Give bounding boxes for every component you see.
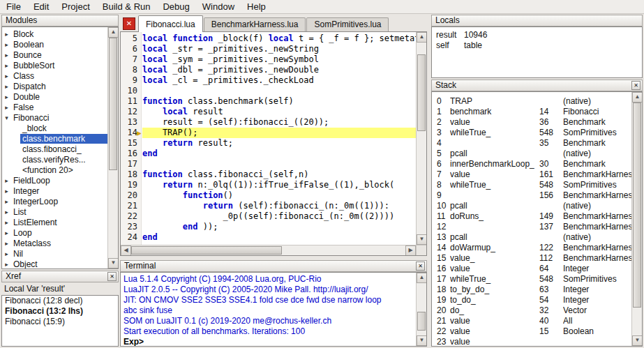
tree-item-block[interactable]: _block xyxy=(2,123,107,133)
code-line[interactable]: result = (self):fibonacci_((20)); xyxy=(142,117,416,128)
tree-collapsed-icon[interactable]: ▸ xyxy=(2,240,11,247)
stack-frame-row[interactable]: 10pcall(native) xyxy=(432,200,631,211)
locals-panel-titlebar[interactable]: Locals xyxy=(431,15,643,27)
tree-item-bounce[interactable]: ▸Bounce xyxy=(2,50,107,60)
gutter-line-number[interactable]: 9 xyxy=(121,75,141,86)
stack-frame-row[interactable]: 20do_32Vector xyxy=(432,305,631,315)
code-line[interactable]: local _sym = _primitives._newSymbol xyxy=(142,54,416,65)
terminal-panel-titlebar[interactable]: Terminal ✕ xyxy=(120,260,427,272)
code-line[interactable]: local result xyxy=(142,107,416,117)
stack-frame-row[interactable]: 3whileTrue_548SomPrimitives xyxy=(432,127,631,137)
scrollbar-thumb[interactable] xyxy=(417,54,426,131)
gutter-line-number[interactable]: 22 xyxy=(121,211,141,222)
close-terminal-button[interactable]: ✕ xyxy=(416,262,425,271)
code-line[interactable]: function() xyxy=(142,190,416,201)
stack-frame-row[interactable]: 13pcall(native) xyxy=(432,232,631,242)
tree-item-integer[interactable]: ▸Integer xyxy=(2,186,107,196)
tree-collapsed-icon[interactable]: ▸ xyxy=(2,188,11,195)
stack-panel-titlebar[interactable]: Stack ✕ xyxy=(431,80,643,91)
tree-item-dispatch[interactable]: ▸Dispatch xyxy=(2,81,107,91)
stack-frame-row[interactable]: 17whileTrue_548SomPrimitives xyxy=(432,273,631,284)
stack-frame-row[interactable]: 8whileTrue_548SomPrimitives xyxy=(432,179,631,190)
tree-collapsed-icon[interactable]: ▸ xyxy=(2,177,11,184)
terminal-prompt[interactable]: Exp> xyxy=(123,337,414,346)
gutter-line-number[interactable]: 5 xyxy=(121,33,141,44)
gutter-line-number[interactable]: 24 xyxy=(121,232,141,243)
editor-vscrollbar[interactable]: ▲ ▼ xyxy=(416,32,426,245)
code-line[interactable]: end )); xyxy=(142,222,416,232)
code-line[interactable]: local function _block(f) local t = { _f … xyxy=(142,33,416,44)
terminal-output[interactable]: Lua 5.1.4 Copyright (C) 1994-2008 Lua.or… xyxy=(121,273,416,346)
tree-item-bubblesort[interactable]: ▸BubbleSort xyxy=(2,60,107,70)
editor-code-area[interactable]: local function _block(f) local t = { _f … xyxy=(142,32,416,245)
menu-item-file[interactable]: File xyxy=(0,0,27,13)
tree-item-class[interactable]: ▸Class xyxy=(2,70,107,81)
tree-collapsed-icon[interactable]: ▸ xyxy=(2,219,11,226)
scrollbar-thumb[interactable] xyxy=(633,103,641,308)
stack-frame-row[interactable]: 435Benchmark xyxy=(432,137,631,148)
scrollbar-track[interactable] xyxy=(108,38,118,258)
code-line[interactable]: function class.benchmark(self) xyxy=(142,96,416,107)
menu-item-edit[interactable]: Edit xyxy=(27,0,55,13)
scrollbar-track[interactable] xyxy=(417,43,426,234)
stack-frame-row[interactable]: 12137BenchmarkHarness xyxy=(432,221,631,232)
gutter-line-number[interactable]: 20 xyxy=(121,190,141,201)
tree-collapsed-icon[interactable]: ▸ xyxy=(2,250,11,257)
tree-item-class-benchmark[interactable]: class.benchmark xyxy=(2,133,107,144)
tab-benchmarkharness-lua[interactable]: BenchmarkHarness.lua xyxy=(204,17,306,31)
gutter-line-number[interactable]: 16 xyxy=(121,149,141,159)
scrollbar-thumb[interactable] xyxy=(131,246,282,255)
tree-item-metaclass[interactable]: ▸Metaclass xyxy=(2,238,107,248)
scrollbar-track[interactable] xyxy=(632,103,642,335)
stack-frame-row[interactable]: 0TRAP(native) xyxy=(432,96,631,106)
tree-collapsed-icon[interactable]: ▸ xyxy=(2,261,11,268)
modules-scrollbar[interactable]: ▲ ▼ xyxy=(107,27,118,268)
gutter-line-number[interactable]: 19 xyxy=(121,180,141,190)
gutter-line-number[interactable]: 17 xyxy=(121,159,141,169)
stack-frame-row[interactable]: 11doRuns_149BenchmarkHarness xyxy=(432,211,631,221)
stack-frame-row[interactable]: 9156BenchmarkHarness xyxy=(432,190,631,200)
tree-item-double[interactable]: ▸Double xyxy=(2,91,107,102)
tree-expanded-icon[interactable]: ▾ xyxy=(2,114,11,121)
scrollbar-track[interactable] xyxy=(417,283,426,335)
tree-collapsed-icon[interactable]: ▸ xyxy=(2,41,11,48)
tree-collapsed-icon[interactable]: ▸ xyxy=(2,93,11,100)
tree-item-nil[interactable]: ▸Nil xyxy=(2,248,107,259)
code-line[interactable] xyxy=(142,159,416,169)
tree-item-integerloop[interactable]: ▸IntegerLoop xyxy=(2,196,107,206)
xref-item[interactable]: Fibonacci (13:2 lhs) xyxy=(2,306,118,317)
gutter-line-number[interactable]: 12 xyxy=(121,107,141,117)
stack-frame-row[interactable]: 1benchmark14Fibonacci xyxy=(432,106,631,116)
tree-item-class-fibonacci[interactable]: class.fibonacci_ xyxy=(2,144,107,154)
close-document-button[interactable]: ✕ xyxy=(123,17,135,30)
locals-row[interactable]: selftable xyxy=(432,40,642,50)
stack-frame-row[interactable]: 2value36Benchmark xyxy=(432,116,631,127)
scroll-down-button[interactable]: ▼ xyxy=(417,335,427,346)
gutter-line-number[interactable]: 23 xyxy=(121,222,141,232)
tree-collapsed-icon[interactable]: ▸ xyxy=(2,209,11,215)
stack-frame-row[interactable]: 22value15Boolean xyxy=(432,326,631,336)
menu-item-debug[interactable]: Debug xyxy=(156,0,195,13)
scroll-left-button[interactable]: ◀ xyxy=(121,245,131,256)
tree-collapsed-icon[interactable]: ▸ xyxy=(2,229,11,236)
gutter-line-number[interactable]: 15 xyxy=(121,138,141,149)
scroll-up-button[interactable]: ▲ xyxy=(417,273,427,283)
code-line[interactable]: function class.fibonacci_(self,n) xyxy=(142,169,416,180)
scrollbar-thumb[interactable] xyxy=(417,312,426,330)
code-line[interactable]: local _str = _primitives._newString xyxy=(142,44,416,54)
tree-item-fieldloop[interactable]: ▸FieldLoop xyxy=(2,175,107,186)
gutter-line-number[interactable]: 21 xyxy=(121,201,141,211)
xref-panel-titlebar[interactable]: Xref ✕ xyxy=(1,271,119,282)
menu-item-window[interactable]: Window xyxy=(196,0,241,13)
tree-collapsed-icon[interactable]: ▸ xyxy=(2,73,11,80)
gutter-line-number[interactable]: 8 xyxy=(121,65,141,75)
code-line[interactable]: TRAP(); xyxy=(142,128,416,138)
tree-item-function-20[interactable]: <function 20> xyxy=(2,165,107,175)
tree-collapsed-icon[interactable]: ▸ xyxy=(2,104,11,111)
tree-item-listelement[interactable]: ▸ListElement xyxy=(2,217,107,227)
tree-item-list[interactable]: ▸List xyxy=(2,206,107,217)
gutter-line-number[interactable]: 14▶ xyxy=(121,128,141,138)
xref-item[interactable]: Fibonacci (15:9) xyxy=(2,317,118,327)
scroll-up-button[interactable]: ▲ xyxy=(108,27,119,38)
gutter-line-number[interactable]: 10 xyxy=(121,86,141,96)
